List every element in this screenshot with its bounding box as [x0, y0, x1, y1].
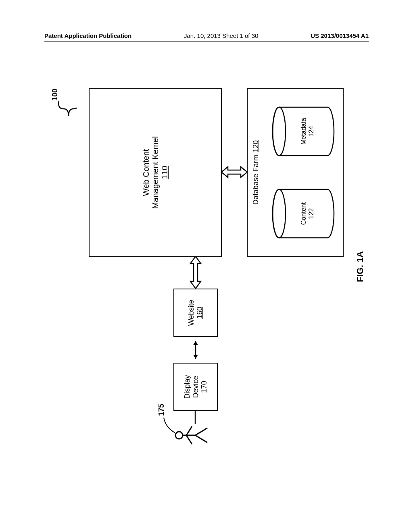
block-display-device: Display Device 170: [173, 363, 218, 411]
dbfarm-title: Database Farm: [252, 155, 260, 205]
user-icon: [173, 423, 210, 447]
curly-brace-icon: [56, 97, 77, 121]
header-center: Jan. 10, 2013 Sheet 1 of 30: [131, 32, 311, 39]
cylinder-metadata: Metadata 124: [271, 103, 336, 160]
svg-line-2: [186, 435, 192, 444]
leader-user: [161, 415, 177, 435]
svg-line-5: [195, 428, 207, 435]
content-title: Content: [300, 202, 307, 225]
dbfarm-ref: 120: [252, 140, 260, 152]
display-device-title: Display Device: [183, 364, 200, 410]
figure-1a: 100 175 Display Device 170: [48, 73, 363, 451]
block-website: Website 160: [173, 289, 218, 337]
header-right: US 2013/0013454 A1: [311, 32, 369, 39]
header-left: Patent Application Publication: [44, 32, 131, 39]
website-ref: 160: [196, 307, 204, 319]
svg-line-3: [186, 426, 192, 435]
cylinder-content: Content 122: [271, 185, 336, 242]
metadata-title: Metadata: [300, 118, 307, 145]
page-header: Patent Application Publication Jan. 10, …: [44, 32, 369, 42]
display-device-ref: 170: [200, 381, 209, 393]
hollow-arrow-kernel-db: [222, 165, 247, 179]
hollow-arrow-website-kernel: [189, 257, 202, 289]
connector-user-device: [192, 409, 198, 425]
metadata-ref: 124: [307, 118, 315, 145]
block-kernel: Web Content Management Kernel 110: [89, 88, 222, 257]
svg-marker-8: [193, 355, 198, 359]
svg-line-4: [195, 435, 207, 443]
kernel-ref: 110: [160, 166, 169, 179]
kernel-line2: Management Kernel: [151, 136, 160, 209]
kernel-line1: Web Content: [142, 149, 151, 196]
svg-marker-9: [193, 341, 198, 345]
content-ref: 122: [307, 202, 315, 225]
ref-user-number: 175: [157, 404, 166, 416]
diagram-viewport: 100 175 Display Device 170: [48, 73, 363, 451]
connector-device-website: [192, 337, 200, 363]
website-title: Website: [187, 300, 196, 326]
figure-label: FIG. 1A: [355, 251, 365, 282]
